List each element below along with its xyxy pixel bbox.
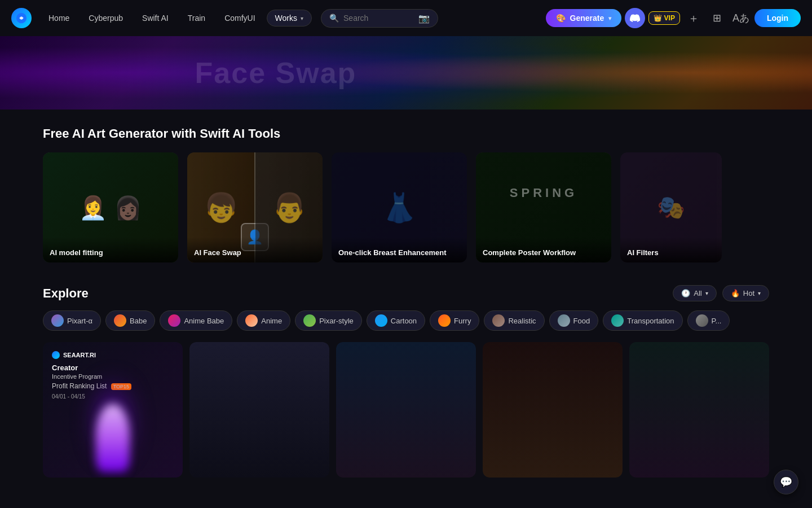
gallery-card-5[interactable] — [629, 342, 769, 478]
tool-card-model-fitting[interactable]: AI model fitting — [43, 152, 178, 262]
camera-icon[interactable]: 📷 — [418, 13, 430, 24]
translate-button[interactable]: Aあ — [731, 8, 751, 28]
tool-card-label-face-swap: AI Face Swap — [187, 237, 323, 262]
promo-subheading: Incentive Program — [52, 373, 174, 380]
tag-transportation-label: Transportation — [627, 317, 674, 325]
tag-babe[interactable]: Babe — [105, 310, 155, 331]
vip-label: VIP — [664, 14, 675, 22]
tag-pixar-style[interactable]: Pixar-style — [295, 310, 362, 331]
tools-section-title: Free AI Art Generator with Swift AI Tool… — [43, 126, 769, 141]
tag-pixar-label: Pixar-style — [319, 317, 354, 325]
all-filter-button[interactable]: 🕐 All ▾ — [673, 285, 716, 301]
all-label: All — [694, 289, 701, 297]
support-icon: 💬 — [780, 476, 792, 488]
nav-train[interactable]: Train — [180, 10, 213, 26]
search-input[interactable] — [343, 14, 414, 23]
tag-more[interactable]: P... — [687, 310, 730, 331]
main-content: Free AI Art Generator with Swift AI Tool… — [0, 110, 812, 494]
vip-icon: 👑 — [654, 14, 662, 22]
all-chevron-icon: ▾ — [705, 290, 708, 296]
gallery-card-promo[interactable]: SEAART.RI Creator Incentive Program Prof… — [43, 342, 183, 478]
tags-row: Pixart-α Babe Anime Babe Anime Pixar-sty… — [43, 310, 769, 331]
tag-furry-label: Furry — [454, 317, 471, 325]
generate-button[interactable]: 🎨 Generate ▾ — [546, 9, 622, 27]
gallery-grid: SEAART.RI Creator Incentive Program Prof… — [43, 342, 769, 478]
explore-title: Explore — [43, 286, 89, 301]
tag-anime-babe-avatar — [168, 314, 180, 327]
tag-transportation-avatar — [611, 314, 624, 327]
tool-card-breast-enhance[interactable]: 👗 One-click Breast Enhancement — [332, 152, 467, 262]
promo-date: 04/01 - 04/15 — [52, 393, 174, 400]
tag-anime-avatar — [245, 314, 258, 327]
promo-flame — [96, 404, 130, 472]
navbar: Home Cyberpub Swift AI Train ComfyUI Wor… — [0, 0, 812, 36]
tag-pixart[interactable]: Pixart-α — [43, 310, 101, 331]
tag-anime-label: Anime — [261, 317, 282, 325]
tool-card-face-swap[interactable]: 👦 👤 👨 AI Face Swap — [187, 152, 323, 262]
tag-food-avatar — [558, 314, 570, 327]
nav-works-label: Works — [275, 14, 297, 23]
nav-comfyui[interactable]: ComfyUI — [217, 10, 263, 26]
tag-cartoon-avatar — [375, 314, 387, 327]
hot-icon: 🔥 — [731, 289, 740, 297]
tag-realistic-avatar — [492, 314, 505, 327]
tag-pixart-label: Pixart-α — [67, 317, 92, 325]
all-icon: 🕐 — [681, 289, 690, 297]
generate-icon: 🎨 — [556, 14, 566, 23]
nav-swift-ai[interactable]: Swift AI — [134, 10, 176, 26]
gallery-card-2[interactable] — [189, 342, 329, 478]
hero-face-swap-text: Face Swap — [195, 56, 357, 90]
tag-babe-label: Babe — [130, 317, 147, 325]
tool-cards-row: AI model fitting 👦 👤 👨 AI Face Swap 👗 On… — [43, 152, 769, 262]
hot-label: Hot — [743, 289, 754, 297]
tag-cartoon[interactable]: Cartoon — [367, 310, 425, 331]
app-logo[interactable] — [11, 8, 32, 28]
nav-works[interactable]: Works ▾ — [267, 10, 312, 27]
tag-pixart-avatar — [51, 314, 64, 327]
tag-anime-babe-label: Anime Babe — [184, 317, 224, 325]
tag-anime[interactable]: Anime — [237, 310, 290, 331]
tag-babe-avatar — [114, 314, 126, 327]
search-bar[interactable]: 🔍 📷 — [321, 9, 438, 28]
gallery-card-4[interactable] — [483, 342, 623, 478]
explore-header: Explore 🕐 All ▾ 🔥 Hot ▾ — [43, 285, 769, 301]
tag-pixar-avatar — [303, 314, 316, 327]
explore-controls: 🕐 All ▾ 🔥 Hot ▾ — [673, 285, 769, 301]
support-button[interactable]: 💬 — [774, 470, 798, 494]
tag-realistic[interactable]: Realistic — [484, 310, 544, 331]
tag-food[interactable]: Food — [549, 310, 599, 331]
tool-card-poster-workflow[interactable]: Complete Poster Workflow — [476, 152, 611, 262]
tool-card-label-breast-enhance: One-click Breast Enhancement — [332, 237, 467, 262]
tool-card-label-model-fitting: AI model fitting — [43, 237, 178, 262]
tag-furry[interactable]: Furry — [430, 310, 479, 331]
login-button[interactable]: Login — [754, 9, 801, 27]
promo-heading: Creator — [52, 364, 174, 372]
promo-logo: SEAART.RI — [52, 351, 174, 359]
add-button[interactable]: ＋ — [683, 8, 704, 28]
search-icon: 🔍 — [329, 14, 339, 23]
generate-chevron-icon: ▾ — [608, 15, 611, 21]
grid-menu-button[interactable]: ⊞ — [707, 8, 727, 28]
promo-badge: TOP15 — [111, 383, 131, 390]
gallery-card-3[interactable] — [336, 342, 476, 478]
hero-banner: Face Swap — [0, 36, 812, 110]
tool-card-label-ai-filters: AI Filters — [620, 237, 722, 262]
promo-logo-dot — [52, 351, 60, 359]
tag-realistic-label: Realistic — [508, 317, 536, 325]
generate-label: Generate — [570, 14, 604, 23]
hot-filter-button[interactable]: 🔥 Hot ▾ — [722, 285, 769, 301]
nav-cyberpub[interactable]: Cyberpub — [81, 10, 131, 26]
tag-cartoon-label: Cartoon — [391, 317, 417, 325]
promo-logo-text: SEAART.RI — [63, 352, 96, 358]
tag-anime-babe[interactable]: Anime Babe — [160, 310, 232, 331]
tag-furry-avatar — [438, 314, 451, 327]
discord-button[interactable] — [625, 8, 645, 28]
tag-more-avatar — [696, 314, 708, 327]
tag-transportation[interactable]: Transportation — [603, 310, 682, 331]
tool-card-ai-filters[interactable]: 🎭 AI Filters — [620, 152, 722, 262]
nav-home[interactable]: Home — [41, 10, 77, 26]
promo-ranking: Profit Ranking List TOP15 — [52, 382, 174, 390]
works-chevron-icon: ▾ — [301, 15, 303, 21]
vip-badge[interactable]: 👑 VIP — [648, 11, 680, 25]
tag-food-label: Food — [573, 317, 590, 325]
